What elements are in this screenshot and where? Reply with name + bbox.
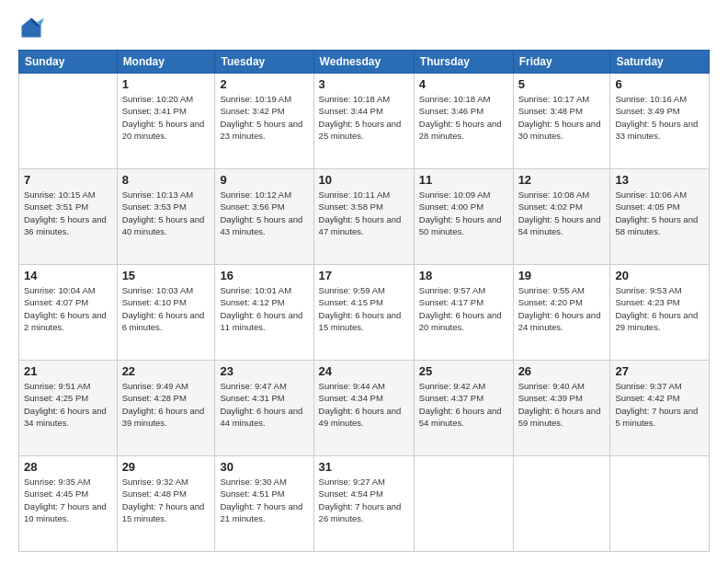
calendar-cell: 2Sunrise: 10:19 AMSunset: 3:42 PMDayligh…: [215, 74, 313, 169]
day-info: Sunrise: 9:49 AMSunset: 4:28 PMDaylight:…: [122, 380, 210, 429]
calendar-cell: 9Sunrise: 10:12 AMSunset: 3:56 PMDayligh…: [215, 169, 313, 265]
calendar-table: SundayMondayTuesdayWednesdayThursdayFrid…: [18, 50, 710, 552]
day-info: Sunrise: 10:18 AMSunset: 3:44 PMDaylight…: [319, 93, 409, 142]
day-info: Sunrise: 9:32 AMSunset: 4:48 PMDaylight:…: [122, 476, 210, 524]
calendar-cell: 11Sunrise: 10:09 AMSunset: 4:00 PMDaylig…: [414, 169, 513, 265]
day-header-saturday: Saturday: [610, 51, 710, 74]
calendar-cell: 20Sunrise: 9:53 AMSunset: 4:23 PMDayligh…: [610, 265, 710, 361]
calendar-cell: 10Sunrise: 10:11 AMSunset: 3:58 PMDaylig…: [313, 169, 414, 265]
day-header-thursday: Thursday: [414, 51, 513, 74]
calendar-week-4: 21Sunrise: 9:51 AMSunset: 4:25 PMDayligh…: [19, 361, 710, 456]
day-number: 25: [419, 364, 508, 378]
day-info: Sunrise: 9:55 AMSunset: 4:20 PMDaylight:…: [518, 284, 606, 333]
day-info: Sunrise: 9:37 AMSunset: 4:42 PMDaylight:…: [615, 380, 704, 429]
calendar-cell: 23Sunrise: 9:47 AMSunset: 4:31 PMDayligh…: [215, 361, 313, 456]
calendar-cell: 16Sunrise: 10:01 AMSunset: 4:12 PMDaylig…: [215, 265, 313, 361]
calendar-cell: 21Sunrise: 9:51 AMSunset: 4:25 PMDayligh…: [19, 361, 118, 456]
day-header-wednesday: Wednesday: [313, 51, 414, 74]
day-info: Sunrise: 10:09 AMSunset: 4:00 PMDaylight…: [419, 189, 508, 237]
calendar-cell: 30Sunrise: 9:30 AMSunset: 4:51 PMDayligh…: [215, 456, 313, 552]
day-number: 6: [615, 77, 704, 91]
day-number: 24: [319, 364, 409, 378]
calendar-cell: 26Sunrise: 9:40 AMSunset: 4:39 PMDayligh…: [513, 361, 610, 456]
day-info: Sunrise: 9:51 AMSunset: 4:25 PMDaylight:…: [24, 380, 112, 429]
day-info: Sunrise: 9:47 AMSunset: 4:31 PMDaylight:…: [220, 380, 308, 429]
calendar-cell: [19, 74, 118, 169]
day-info: Sunrise: 10:03 AMSunset: 4:10 PMDaylight…: [122, 284, 210, 333]
calendar-cell: [513, 456, 610, 552]
day-number: 11: [419, 173, 508, 187]
day-number: 19: [518, 269, 606, 282]
day-number: 26: [518, 364, 606, 378]
day-info: Sunrise: 9:57 AMSunset: 4:17 PMDaylight:…: [419, 284, 508, 333]
day-info: Sunrise: 10:06 AMSunset: 4:05 PMDaylight…: [615, 189, 704, 237]
day-number: 28: [24, 460, 112, 474]
day-info: Sunrise: 10:08 AMSunset: 4:02 PMDaylight…: [518, 189, 606, 237]
calendar-cell: 27Sunrise: 9:37 AMSunset: 4:42 PMDayligh…: [610, 361, 710, 456]
day-info: Sunrise: 10:15 AMSunset: 3:51 PMDaylight…: [24, 189, 112, 237]
day-number: 30: [220, 460, 308, 474]
calendar-cell: 31Sunrise: 9:27 AMSunset: 4:54 PMDayligh…: [313, 456, 414, 552]
day-number: 31: [319, 460, 409, 474]
day-info: Sunrise: 10:12 AMSunset: 3:56 PMDaylight…: [220, 189, 308, 237]
day-info: Sunrise: 9:30 AMSunset: 4:51 PMDaylight:…: [220, 476, 308, 524]
calendar-cell: 22Sunrise: 9:49 AMSunset: 4:28 PMDayligh…: [117, 361, 215, 456]
day-number: 12: [518, 173, 606, 187]
day-number: 15: [122, 269, 210, 282]
day-number: 3: [319, 77, 409, 91]
calendar-cell: 25Sunrise: 9:42 AMSunset: 4:37 PMDayligh…: [414, 361, 513, 456]
day-number: 23: [220, 364, 308, 378]
day-header-sunday: Sunday: [19, 51, 118, 74]
calendar-week-5: 28Sunrise: 9:35 AMSunset: 4:45 PMDayligh…: [19, 456, 710, 552]
calendar-cell: [414, 456, 513, 552]
day-info: Sunrise: 9:42 AMSunset: 4:37 PMDaylight:…: [419, 380, 508, 429]
day-info: Sunrise: 9:44 AMSunset: 4:34 PMDaylight:…: [319, 380, 409, 429]
calendar-cell: 13Sunrise: 10:06 AMSunset: 4:05 PMDaylig…: [610, 169, 710, 265]
calendar-cell: 19Sunrise: 9:55 AMSunset: 4:20 PMDayligh…: [513, 265, 610, 361]
calendar-cell: 28Sunrise: 9:35 AMSunset: 4:45 PMDayligh…: [19, 456, 118, 552]
day-number: 22: [122, 364, 210, 378]
day-info: Sunrise: 10:01 AMSunset: 4:12 PMDaylight…: [220, 284, 308, 333]
day-number: 16: [220, 269, 308, 282]
day-header-friday: Friday: [513, 51, 610, 74]
calendar-header-row: SundayMondayTuesdayWednesdayThursdayFrid…: [19, 51, 710, 74]
day-number: 7: [24, 173, 112, 187]
day-info: Sunrise: 10:16 AMSunset: 3:49 PMDaylight…: [615, 93, 704, 142]
calendar-week-1: 1Sunrise: 10:20 AMSunset: 3:41 PMDayligh…: [19, 74, 710, 169]
day-number: 4: [419, 77, 508, 91]
calendar-cell: 15Sunrise: 10:03 AMSunset: 4:10 PMDaylig…: [117, 265, 215, 361]
day-header-monday: Monday: [117, 51, 215, 74]
day-number: 2: [220, 77, 308, 91]
calendar-cell: 12Sunrise: 10:08 AMSunset: 4:02 PMDaylig…: [513, 169, 610, 265]
page: SundayMondayTuesdayWednesdayThursdayFrid…: [0, 0, 728, 563]
calendar-cell: 3Sunrise: 10:18 AMSunset: 3:44 PMDayligh…: [313, 74, 414, 169]
day-number: 5: [518, 77, 606, 91]
day-info: Sunrise: 10:04 AMSunset: 4:07 PMDaylight…: [24, 284, 112, 333]
calendar-cell: 29Sunrise: 9:32 AMSunset: 4:48 PMDayligh…: [117, 456, 215, 552]
day-number: 10: [319, 173, 409, 187]
day-number: 9: [220, 173, 308, 187]
calendar-cell: 17Sunrise: 9:59 AMSunset: 4:15 PMDayligh…: [313, 265, 414, 361]
day-info: Sunrise: 9:53 AMSunset: 4:23 PMDaylight:…: [615, 284, 704, 333]
calendar-cell: 5Sunrise: 10:17 AMSunset: 3:48 PMDayligh…: [513, 74, 610, 169]
calendar-cell: [610, 456, 710, 552]
day-info: Sunrise: 10:11 AMSunset: 3:58 PMDaylight…: [319, 189, 409, 237]
day-number: 27: [615, 364, 704, 378]
day-number: 21: [24, 364, 112, 378]
day-info: Sunrise: 10:19 AMSunset: 3:42 PMDaylight…: [220, 93, 308, 142]
calendar-cell: 6Sunrise: 10:16 AMSunset: 3:49 PMDayligh…: [610, 74, 710, 169]
calendar-cell: 1Sunrise: 10:20 AMSunset: 3:41 PMDayligh…: [117, 74, 215, 169]
calendar-cell: 7Sunrise: 10:15 AMSunset: 3:51 PMDayligh…: [19, 169, 118, 265]
day-info: Sunrise: 9:35 AMSunset: 4:45 PMDaylight:…: [24, 476, 112, 524]
day-info: Sunrise: 9:27 AMSunset: 4:54 PMDaylight:…: [319, 476, 409, 524]
header: [18, 15, 710, 40]
logo-icon: [18, 15, 44, 40]
calendar-cell: 18Sunrise: 9:57 AMSunset: 4:17 PMDayligh…: [414, 265, 513, 361]
calendar-week-2: 7Sunrise: 10:15 AMSunset: 3:51 PMDayligh…: [19, 169, 710, 265]
calendar-cell: 14Sunrise: 10:04 AMSunset: 4:07 PMDaylig…: [19, 265, 118, 361]
day-number: 17: [319, 269, 409, 282]
day-header-tuesday: Tuesday: [215, 51, 313, 74]
day-number: 20: [615, 269, 704, 282]
day-number: 1: [122, 77, 210, 91]
calendar-week-3: 14Sunrise: 10:04 AMSunset: 4:07 PMDaylig…: [19, 265, 710, 361]
